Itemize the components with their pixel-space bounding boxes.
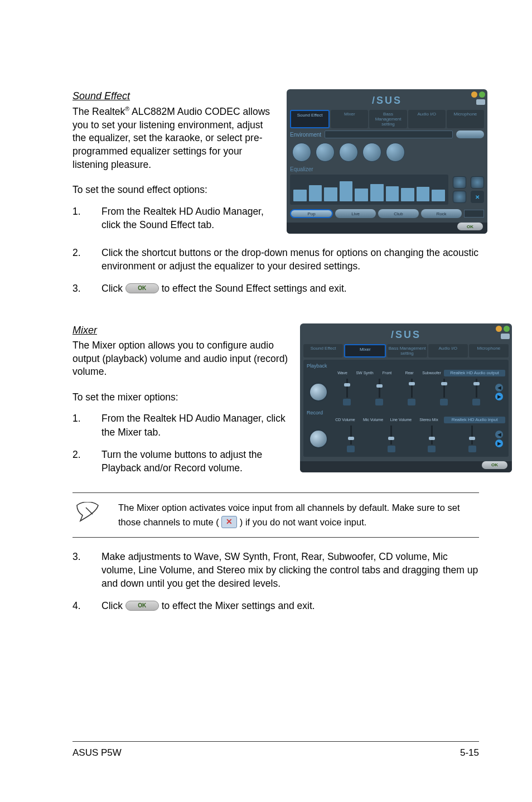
- col-swsynth: SW Synth: [355, 371, 375, 375]
- tab-audio-io[interactable]: Audio I/O: [408, 110, 446, 128]
- playback-scroll-left[interactable]: ◀: [495, 384, 503, 392]
- mixer-window-controls: [496, 326, 510, 332]
- note-post: ) if you do not want voice input.: [237, 517, 366, 527]
- preset-rock[interactable]: Rock: [421, 209, 462, 218]
- equalizer-bars[interactable]: [290, 175, 448, 205]
- environment-label: Environment: [290, 132, 321, 138]
- mixer-intro: The Mixer option allows you to configure…: [72, 339, 292, 379]
- mixer-tab-audio-io[interactable]: Audio I/O: [428, 344, 468, 357]
- mixer-tab-sound-effect[interactable]: Sound Effect: [303, 344, 343, 357]
- mixer-close-icon[interactable]: [504, 326, 510, 332]
- preset-live[interactable]: Live: [335, 209, 376, 218]
- mute-icon: [221, 516, 237, 528]
- slider-sub[interactable]: [462, 379, 491, 405]
- slider-swsynth[interactable]: [365, 379, 394, 405]
- playback-volume-knob[interactable]: [309, 383, 328, 402]
- mixer-tab-microphone[interactable]: Microphone: [469, 344, 509, 357]
- mixer-asus-logo: /SUS: [303, 329, 509, 341]
- mixer-help-icon[interactable]: [501, 334, 510, 339]
- eq-delete[interactable]: ✕: [471, 191, 484, 203]
- slider-stereomix[interactable]: [454, 426, 491, 452]
- close-icon[interactable]: [479, 91, 485, 98]
- sound-effect-intro: The Realtek® ALC882M Audio CODEC allows …: [72, 105, 279, 171]
- col-rear: Rear: [399, 371, 419, 375]
- mixer-panel: /SUS Sound Effect Mixer Bass Management …: [300, 323, 512, 472]
- step-3-post: to effect the Sound Effect settings and …: [159, 283, 347, 294]
- intro-pre: The Realtek: [72, 106, 125, 117]
- asus-logo: /SUS: [290, 95, 484, 107]
- col-sub: Subwoofer: [422, 371, 442, 375]
- tab-bass-management[interactable]: Bass Management setting: [369, 110, 407, 128]
- svg-line-0: [86, 508, 93, 514]
- slider-cd[interactable]: [332, 426, 370, 452]
- col-line: Line Volume: [388, 418, 414, 422]
- tab-sound-effect[interactable]: Sound Effect: [290, 110, 330, 128]
- tab-mixer[interactable]: Mixer: [331, 110, 368, 128]
- ok-button-icon-2: [125, 601, 159, 611]
- mixer-step-4-pre: Click: [101, 600, 125, 611]
- env-icon-2[interactable]: [316, 143, 335, 162]
- panel-tabs: Sound Effect Mixer Bass Management setti…: [290, 110, 484, 128]
- footer-left: ASUS P5W: [72, 747, 122, 758]
- mixer-step-2: 2.Turn the volume buttons to adjust the …: [72, 448, 292, 475]
- sound-effect-step-3: 3.Click to effect the Sound Effect setti…: [72, 282, 479, 295]
- slider-rear[interactable]: [429, 379, 458, 405]
- eq-preset-b[interactable]: [453, 191, 466, 203]
- playback-scroll-right[interactable]: ▶: [495, 393, 503, 400]
- env-icon-1[interactable]: [292, 143, 311, 162]
- mixer-tab-mixer[interactable]: Mixer: [344, 344, 386, 357]
- ok-button-icon: [125, 283, 159, 293]
- col-wave: Wave: [332, 371, 352, 375]
- tab-microphone[interactable]: Microphone: [447, 110, 484, 128]
- eq-save[interactable]: [471, 176, 484, 189]
- env-icon-5[interactable]: [386, 143, 405, 162]
- help-icon[interactable]: [476, 99, 485, 105]
- preset-dropdown[interactable]: [464, 210, 484, 218]
- record-scroll-right[interactable]: ▶: [495, 439, 503, 447]
- slider-mic[interactable]: [373, 426, 410, 452]
- mixer-step-3-text: Make adjustments to Wave, SW Synth, Fron…: [101, 550, 479, 590]
- col-front: Front: [377, 371, 397, 375]
- mixer-step-1-text: From the Realtek HD Audio Manager, click…: [101, 412, 292, 438]
- slider-wave[interactable]: [332, 379, 361, 405]
- playback-label: Playback: [307, 363, 505, 369]
- step-1-text: From the Realtek HD Audio Manager, click…: [101, 205, 279, 231]
- mixer-step-3: 3.Make adjustments to Wave, SW Synth, Fr…: [72, 550, 479, 590]
- preset-pop[interactable]: Pop: [290, 209, 333, 218]
- reset-button[interactable]: [456, 131, 484, 138]
- sound-effect-list-intro: To set the sound effect options:: [72, 183, 279, 197]
- equalizer-label: Equalizer: [290, 166, 484, 172]
- col-cd: CD Volume: [332, 418, 358, 422]
- mixer-panel-tabs: Sound Effect Mixer Bass Management setti…: [303, 344, 509, 357]
- footer-right: 5-15: [460, 747, 479, 758]
- registered-mark: ®: [125, 105, 129, 112]
- mixer-minimize-icon[interactable]: [496, 326, 502, 332]
- environment-select[interactable]: [325, 131, 453, 138]
- eq-preset-a[interactable]: [453, 176, 466, 189]
- preset-club[interactable]: Club: [378, 209, 419, 218]
- col-stereo: Stereo Mix: [416, 418, 442, 422]
- mixer-list-intro: To set the mixer options:: [72, 391, 292, 404]
- mixer-panel-ok-button[interactable]: OK: [482, 461, 507, 469]
- step-3-pre: Click: [101, 283, 125, 294]
- step-3-text: Click to effect the Sound Effect setting…: [101, 282, 479, 295]
- mixer-step-4-post: to effect the Mixer settings and exit.: [159, 600, 315, 611]
- env-icon-3[interactable]: [339, 143, 358, 162]
- note-icon: [72, 501, 103, 522]
- panel-ok-button[interactable]: OK: [457, 223, 483, 230]
- record-scroll-left[interactable]: ◀: [495, 431, 503, 438]
- playback-device[interactable]: Realtek HD Audio output: [444, 370, 505, 376]
- note-text: The Mixer option activates voice input f…: [118, 501, 479, 529]
- slider-line[interactable]: [413, 426, 451, 452]
- col-mic: Mic Volume: [360, 418, 386, 422]
- record-device[interactable]: Realtek HD Audio input: [444, 417, 505, 423]
- record-volume-knob[interactable]: [309, 429, 328, 448]
- mixer-heading: Mixer: [72, 323, 292, 337]
- env-icon-4[interactable]: [362, 143, 381, 162]
- slider-front[interactable]: [397, 379, 426, 405]
- minimize-icon[interactable]: [471, 91, 477, 98]
- mixer-tab-bass[interactable]: Bass Management setting: [387, 344, 427, 357]
- step-2-text: Click the shortcut buttons or the drop-d…: [101, 246, 479, 273]
- mixer-step-4-text: Click to effect the Mixer settings and e…: [101, 599, 479, 612]
- sound-effect-heading: Sound Effect: [72, 89, 279, 103]
